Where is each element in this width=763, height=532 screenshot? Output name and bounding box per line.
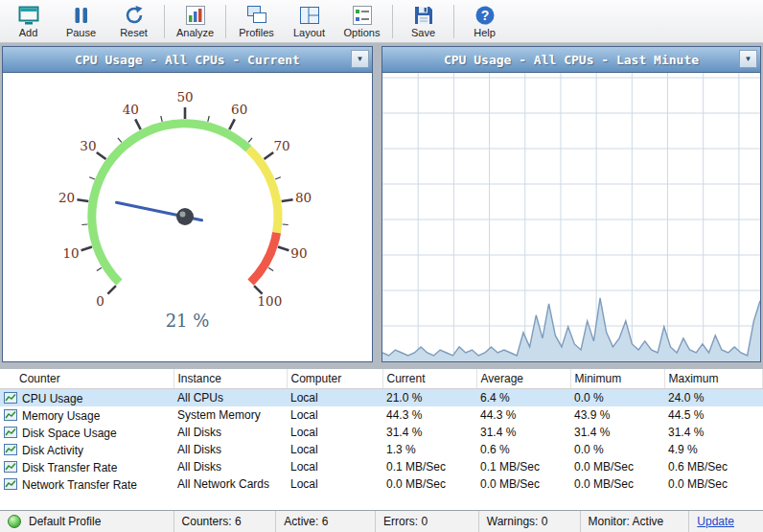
profiles-icon	[245, 3, 268, 27]
toolbar-separator	[453, 5, 454, 38]
cell-average: 6.4 %	[476, 389, 570, 407]
gauge-value-label: 21 %	[3, 311, 372, 331]
cell-minimum: 0.0 %	[570, 441, 664, 458]
add-button[interactable]: Add	[2, 2, 55, 42]
cell-minimum: 0.0 %	[570, 389, 664, 407]
cell-maximum: 24.0 %	[664, 389, 763, 407]
table-row[interactable]: Disk Space Usage All Disks Local 31.4 % …	[0, 424, 763, 441]
profiles-button-label: Profiles	[239, 27, 274, 39]
svg-text:20: 20	[58, 190, 75, 205]
status-active-label: Active: 6	[284, 515, 328, 528]
analyze-button[interactable]: Analyze	[169, 2, 221, 42]
table-row[interactable]: Memory Usage System Memory Local 44.3 % …	[0, 406, 763, 424]
pause-icon	[70, 3, 93, 27]
column-header-computer[interactable]: Computer	[287, 369, 382, 389]
table-row[interactable]: CPU Usage All CPUs Local 21.0 % 6.4 % 0.…	[0, 389, 763, 407]
gauge-panel-title: CPU Usage - All CPUs - Current	[75, 53, 300, 67]
options-button[interactable]: Options	[335, 2, 388, 42]
cell-maximum: 4.9 %	[664, 441, 763, 458]
cell-maximum: 31.4 %	[664, 424, 763, 441]
chart-panel-title: CPU Usage - All CPUs - Last Minute	[444, 53, 699, 67]
cell-counter: Disk Transfer Rate	[22, 460, 117, 474]
counter-icon	[4, 409, 17, 421]
column-header-average[interactable]: Average	[476, 369, 570, 389]
cell-instance: All Disks	[173, 458, 287, 475]
chevron-down-icon: ▼	[745, 55, 752, 63]
chart-panel-header: CPU Usage - All CPUs - Last Minute ▼	[382, 47, 760, 73]
cell-counter: Disk Space Usage	[22, 426, 117, 439]
add-button-label: Add	[19, 27, 38, 39]
column-header-minimum[interactable]: Minimum	[570, 369, 664, 389]
pause-button-label: Pause	[66, 27, 96, 39]
counter-icon	[4, 461, 17, 473]
cell-minimum: 0.0 MB/Sec	[570, 475, 664, 493]
svg-text:10: 10	[63, 245, 80, 261]
column-header-current[interactable]: Current	[382, 369, 476, 389]
toolbar: Add Pause Reset	[0, 0, 763, 43]
status-warnings-label: Warnings: 0	[487, 515, 548, 528]
pause-button[interactable]: Pause	[55, 2, 107, 42]
cell-computer: Local	[287, 475, 382, 493]
svg-text:60: 60	[231, 102, 247, 117]
svg-text:0: 0	[96, 293, 104, 309]
status-bar: Default Profile Counters: 6 Active: 6 Er…	[0, 510, 763, 532]
cell-current: 0.0 MB/Sec	[382, 475, 476, 493]
cell-instance: System Memory	[173, 406, 287, 424]
update-link[interactable]: Update	[697, 515, 734, 528]
options-icon	[351, 3, 374, 27]
toolbar-separator	[225, 5, 226, 38]
column-header-instance[interactable]: Instance	[173, 369, 287, 389]
cell-computer: Local	[287, 441, 382, 458]
cell-average: 44.3 %	[476, 406, 570, 424]
help-button[interactable]: ? Help	[458, 2, 511, 42]
cell-current: 31.4 %	[382, 424, 476, 441]
chart-panel-body	[382, 73, 760, 361]
cell-minimum: 31.4 %	[570, 424, 664, 441]
cell-average: 31.4 %	[476, 424, 570, 441]
performance-monitor-window: Add Pause Reset	[0, 0, 763, 532]
cell-maximum: 0.6 MB/Sec	[664, 458, 763, 475]
cell-current: 0.1 MB/Sec	[382, 458, 476, 475]
toolbar-separator	[164, 5, 165, 38]
counters-table-container: Counter Instance Computer Current Averag…	[0, 369, 763, 510]
profiles-button[interactable]: Profiles	[230, 2, 283, 42]
status-active: Active: 6	[276, 511, 376, 532]
counter-icon	[4, 392, 17, 404]
cell-computer: Local	[287, 458, 382, 475]
cell-average: 0.6 %	[476, 441, 570, 458]
column-header-maximum[interactable]: Maximum	[664, 369, 763, 389]
svg-text:70: 70	[274, 138, 290, 153]
table-header-row: Counter Instance Computer Current Averag…	[0, 369, 763, 389]
table-row[interactable]: Disk Activity All Disks Local 1.3 % 0.6 …	[0, 441, 763, 458]
status-warnings: Warnings: 0	[479, 511, 581, 532]
cell-counter: Memory Usage	[22, 408, 100, 422]
column-header-counter[interactable]: Counter	[0, 369, 173, 389]
status-monitor-label: Monitor: Active	[589, 515, 664, 528]
gauge-panel-body: 0102030405060708090100 21 %	[3, 73, 372, 361]
cell-computer: Local	[287, 389, 382, 407]
table-row[interactable]: Disk Transfer Rate All Disks Local 0.1 M…	[0, 458, 763, 475]
svg-text:30: 30	[80, 138, 96, 153]
status-monitor: Monitor: Active	[581, 511, 690, 532]
cpu-gauge-panel: CPU Usage - All CPUs - Current ▼ 0102030…	[2, 46, 373, 362]
gauge-panel-menu-button[interactable]: ▼	[351, 50, 369, 68]
toolbar-separator	[392, 5, 393, 38]
table-row[interactable]: Network Transfer Rate All Network Cards …	[0, 475, 763, 493]
cell-instance: All Disks	[173, 441, 287, 458]
chart-panel-menu-button[interactable]: ▼	[739, 50, 757, 68]
gauge-panel-header: CPU Usage - All CPUs - Current ▼	[3, 47, 372, 73]
cell-minimum: 43.9 %	[570, 406, 664, 424]
reset-button[interactable]: Reset	[107, 2, 160, 42]
layout-button[interactable]: Layout	[283, 2, 335, 42]
options-button-label: Options	[344, 27, 381, 39]
add-icon	[17, 3, 40, 27]
help-button-label: Help	[474, 27, 496, 39]
status-profile-label: Default Profile	[29, 515, 101, 528]
save-button-label: Save	[411, 27, 435, 39]
cpu-history-panel: CPU Usage - All CPUs - Last Minute ▼	[382, 46, 761, 362]
cell-current: 1.3 %	[382, 441, 476, 458]
layout-button-label: Layout	[293, 27, 325, 39]
reset-icon	[123, 3, 146, 27]
cell-current: 44.3 %	[382, 406, 476, 424]
save-button[interactable]: Save	[397, 2, 450, 42]
